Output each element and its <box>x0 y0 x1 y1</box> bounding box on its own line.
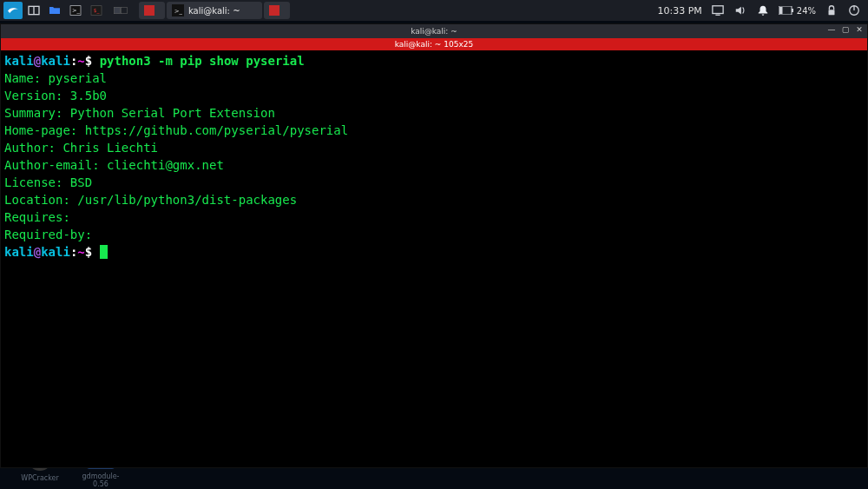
svg-text:>_: >_ <box>72 7 81 14</box>
workspace-switcher[interactable] <box>108 2 134 19</box>
task-item[interactable] <box>139 2 165 19</box>
desktop-icon-label: gdmodule-0.56 <box>75 472 127 488</box>
terminal-titlebar[interactable]: kali@kali: ~ — ▢ ✕ <box>1 24 867 38</box>
terminal-title-text: kali@kali: ~ <box>411 27 457 36</box>
desktop-icon-label: WPCracker <box>14 474 66 482</box>
taskbar: >_ kali@kali: ~ <box>139 2 292 19</box>
volume-icon[interactable] <box>733 3 747 17</box>
terminal-launcher-icon[interactable]: >_ <box>66 2 85 19</box>
terminal-tab-bar[interactable]: kali@kali: ~ 105x25 <box>1 38 867 50</box>
kali-menu-button[interactable] <box>3 2 23 19</box>
red-square-icon <box>269 5 279 16</box>
power-icon[interactable] <box>847 3 861 17</box>
battery-text: 24% <box>797 6 816 16</box>
svg-rect-15 <box>829 10 835 15</box>
files-icon[interactable] <box>45 2 64 19</box>
system-tray: 10:33 PM 24% <box>657 3 868 17</box>
svg-rect-14 <box>779 7 783 14</box>
cursor <box>100 245 108 259</box>
battery-indicator[interactable]: 24% <box>779 6 816 16</box>
terminal-tab-label: kali@kali: ~ 105x25 <box>395 40 473 49</box>
code-icon[interactable]: $_ <box>87 2 106 19</box>
svg-rect-7 <box>122 7 128 13</box>
red-square-icon <box>144 5 155 16</box>
terminal-task-icon: >_ <box>172 4 184 17</box>
panel-launchers: >_ $_ <box>0 2 134 19</box>
minimize-button[interactable]: — <box>827 25 836 34</box>
lock-icon[interactable] <box>825 3 838 17</box>
display-icon[interactable] <box>711 3 725 17</box>
task-item[interactable] <box>264 2 290 19</box>
terminal-body[interactable]: kali@kali:~$ python3 -m pip show pyseria… <box>1 50 867 467</box>
task-item-terminal[interactable]: >_ kali@kali: ~ <box>167 2 262 19</box>
close-button[interactable]: ✕ <box>855 25 864 34</box>
notifications-icon[interactable] <box>756 3 770 17</box>
svg-rect-10 <box>713 6 723 14</box>
svg-rect-6 <box>115 7 121 13</box>
svg-text:>_: >_ <box>174 8 183 15</box>
svg-rect-13 <box>792 9 793 12</box>
top-panel: >_ $_ >_ kali@kali: ~ 10:33 PM <box>0 0 868 21</box>
maximize-button[interactable]: ▢ <box>841 25 850 34</box>
task-label: kali@kali: ~ <box>188 6 240 16</box>
clock[interactable]: 10:33 PM <box>657 5 701 17</box>
pane-icon[interactable] <box>24 2 43 19</box>
terminal-window: kali@kali: ~ — ▢ ✕ kali@kali: ~ 105x25 k… <box>0 23 868 468</box>
svg-text:$_: $_ <box>94 7 101 14</box>
